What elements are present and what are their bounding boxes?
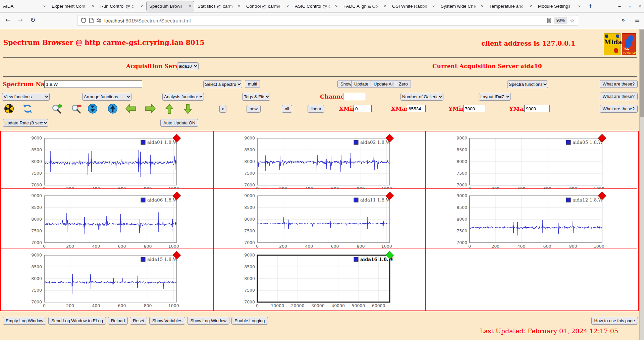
arrow-right-icon[interactable] — [145, 104, 155, 114]
tab-close-icon[interactable]: × — [141, 4, 143, 9]
arrow-left-icon[interactable] — [125, 104, 135, 114]
arrange-functions-select[interactable]: Arrange functions — [82, 93, 131, 101]
new-button[interactable]: new — [247, 105, 261, 113]
all-button[interactable]: all — [282, 105, 292, 113]
browser-tab-10[interactable]: System wide Che× — [438, 1, 486, 11]
gallery-panel-aida06[interactable]: 7000750080008500900002004006008001000aid… — [1, 189, 214, 248]
select-spectrum-dropdown[interactable]: Select a spectrum — [203, 80, 242, 88]
browser-tab-2[interactable]: Experiment Cont× — [49, 1, 97, 11]
arrow-up-icon[interactable] — [165, 104, 175, 114]
view-functions-select[interactable]: View functions — [2, 93, 50, 101]
browser-tab-11[interactable]: Temperature and× — [487, 1, 535, 11]
scrollbar-thumb[interactable] — [640, 30, 644, 117]
gallery-panel-aida11[interactable]: 7000750080008500900002004006008001000aid… — [214, 189, 426, 248]
reload-button[interactable]: ↻ — [30, 16, 36, 23]
browser-tab-6[interactable]: Control @ carme× — [244, 1, 291, 11]
xmax-input[interactable] — [407, 105, 426, 112]
spectrum-chart-aida01[interactable]: 7000750080008500900002004006008001000aid… — [24, 134, 202, 192]
x-button[interactable]: x — [219, 105, 226, 113]
zoom-in-icon[interactable] — [51, 104, 61, 114]
spectrum-chart-aida15[interactable]: 7000750080008500900002004006008001000aid… — [24, 251, 202, 309]
spectrum-chart-aida05[interactable]: 7000750080008500900002004006008001000aid… — [449, 134, 627, 192]
log-button-reload[interactable]: Reload — [108, 317, 128, 325]
multi-button[interactable]: multi — [245, 80, 260, 88]
browser-tab-4[interactable]: Spectrum Brows× — [146, 1, 194, 11]
arrow-down-icon[interactable] — [183, 104, 194, 114]
auto-update-button[interactable]: Auto Update ON — [160, 119, 198, 127]
tab-close-icon[interactable]: × — [238, 4, 240, 9]
spectrum-chart-aida02[interactable]: 7000750080008500900002004006008001000aid… — [237, 134, 415, 192]
tab-close-icon[interactable]: × — [481, 4, 483, 9]
what-are-these-button-1[interactable]: What are these? — [600, 80, 638, 88]
tab-close-icon[interactable]: × — [92, 4, 94, 9]
hamburger-menu-icon[interactable]: ≡ — [635, 16, 640, 23]
collapse-down-icon[interactable] — [88, 104, 98, 114]
how-to-use-button[interactable]: How to use this page — [591, 317, 638, 325]
spectrum-chart-aida16[interactable]: 7000750080008500900001000020000300004000… — [237, 251, 415, 309]
spectrum-chart-aida11[interactable]: 7000750080008500900002004006008001000aid… — [237, 192, 415, 249]
spectra-functions-select[interactable]: Spectra functions — [507, 80, 548, 88]
expand-up-icon[interactable] — [108, 104, 118, 114]
what-are-these-button-3[interactable]: What are these? — [600, 105, 638, 113]
what-are-these-button-2[interactable]: What are these? — [600, 93, 638, 100]
permissions-icon[interactable] — [96, 18, 102, 23]
url-text[interactable]: localhost:8015/Spectrum/Spectrum.tml — [104, 18, 544, 23]
linear-button[interactable]: linear — [308, 105, 324, 113]
number-of-galleries-select[interactable]: Number of Galleries — [400, 93, 443, 101]
radiation-icon[interactable] — [4, 104, 14, 114]
layout-id-select[interactable]: Layout ID=7 — [479, 93, 511, 101]
tab-close-icon[interactable]: × — [384, 4, 386, 9]
gallery-panel-aida05[interactable]: 7000750080008500900002004006008001000aid… — [426, 131, 637, 189]
tab-close-icon[interactable]: × — [530, 4, 532, 9]
log-button-show-log-window[interactable]: Show Log Window — [187, 317, 229, 325]
update-rate-select[interactable]: Update Rate (8 secs) — [3, 119, 48, 127]
back-button[interactable]: ← — [5, 16, 11, 23]
zero-button[interactable]: Zero — [396, 80, 411, 88]
tab-close-icon[interactable]: × — [335, 4, 337, 9]
channel-input[interactable] — [343, 93, 365, 100]
spectrum-chart-aida06[interactable]: 7000750080008500900002004006008001000aid… — [24, 192, 202, 249]
shield-icon[interactable] — [81, 18, 86, 23]
reader-mode-icon[interactable] — [547, 18, 551, 23]
tab-close-icon[interactable]: × — [286, 4, 289, 9]
tags-fits-select[interactable]: Tags & Fits — [242, 93, 270, 101]
ymax-input[interactable] — [524, 105, 550, 112]
forward-button[interactable]: → — [17, 16, 23, 23]
xmin-input[interactable] — [354, 105, 372, 112]
ymin-input[interactable] — [463, 105, 485, 112]
tab-close-icon[interactable]: × — [43, 4, 46, 9]
overflow-menu-icon[interactable]: » — [621, 16, 625, 23]
new-tab-button[interactable]: + — [585, 1, 595, 11]
maximize-button[interactable]: ▫ — [629, 4, 631, 9]
page-scrollbar[interactable] — [639, 29, 644, 340]
log-button-enable-logging[interactable]: Enable Logging — [231, 317, 268, 325]
tab-close-icon[interactable]: × — [578, 4, 581, 9]
update-button[interactable]: Update — [351, 80, 371, 88]
zoom-out-icon[interactable] — [71, 104, 81, 114]
log-button-show-variables[interactable]: Show Variables — [149, 317, 185, 325]
minimize-button[interactable]: − — [618, 4, 621, 9]
page-icon[interactable] — [89, 18, 94, 23]
tab-close-icon[interactable]: × — [432, 4, 435, 9]
url-bar[interactable]: localhost:8015/Spectrum/Spectrum.tml 90%… — [77, 15, 578, 26]
tab-close-icon[interactable]: × — [189, 4, 191, 9]
log-button-empty-log-window[interactable]: Empty Log Window — [3, 317, 46, 325]
gallery-panel-aida15[interactable]: 7000750080008500900002004006008001000aid… — [1, 248, 214, 310]
browser-tab-1[interactable]: AIDA× — [0, 1, 48, 11]
browser-tab-7[interactable]: ASIC Control @ c× — [292, 1, 340, 11]
gallery-panel-aida01[interactable]: 7000750080008500900002004006008001000aid… — [1, 131, 214, 189]
gallery-panel-aida02[interactable]: 7000750080008500900002004006008001000aid… — [214, 131, 426, 189]
log-button-reset[interactable]: Reset — [130, 317, 147, 325]
close-window-button[interactable]: × — [639, 4, 641, 9]
acquisition-server-select[interactable]: aida10 — [177, 62, 199, 70]
bookmark-star-icon[interactable]: ☆ — [570, 17, 575, 24]
browser-tab-8[interactable]: FADC Align & Co× — [341, 1, 389, 11]
browser-tab-9[interactable]: GSI White Rabbit× — [389, 1, 437, 11]
analysis-functions-select[interactable]: Analysis functions — [162, 93, 204, 101]
log-button-send-log-window-to-elog[interactable]: Send Log Window to ELog — [48, 317, 106, 325]
browser-tab-5[interactable]: Statistics @ carm× — [195, 1, 243, 11]
update-all-button[interactable]: Update All — [371, 80, 396, 88]
browser-tab-12[interactable]: Module Settings× — [535, 1, 583, 11]
spectrum-chart-aida12[interactable]: 7000750080008500900002004006008001000aid… — [449, 192, 627, 249]
browser-tab-3[interactable]: Run Control @ c× — [98, 1, 146, 11]
